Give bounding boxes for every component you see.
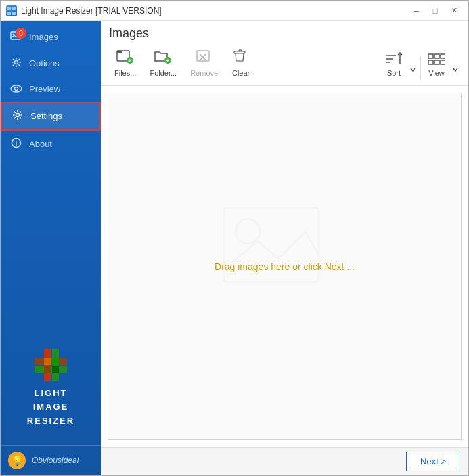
drop-zone[interactable]: Drag images here or click Next ... <box>108 93 462 440</box>
clear-button[interactable]: Clear <box>226 46 256 80</box>
svg-rect-56 <box>434 54 439 58</box>
maximize-button[interactable]: □ <box>426 4 444 18</box>
folder-button[interactable]: + Folder... <box>144 46 182 80</box>
app-window: Light Image Resizer [TRIAL VERSION] ─ □ … <box>0 0 469 476</box>
sidebar-item-options[interactable]: Options <box>1 50 101 77</box>
images-badge: 0 <box>16 28 26 39</box>
close-button[interactable]: ✕ <box>445 4 463 18</box>
drop-watermark <box>217 194 353 315</box>
svg-point-15 <box>11 85 22 92</box>
svg-line-11 <box>13 59 14 60</box>
svg-rect-34 <box>52 358 59 365</box>
svg-rect-0 <box>7 7 11 10</box>
sort-dropdown-icon <box>409 62 416 77</box>
toolbar-separator <box>420 56 421 80</box>
files-label: Files... <box>114 69 136 77</box>
svg-rect-3 <box>12 12 16 15</box>
content-header: Images + Files... <box>101 21 468 86</box>
svg-rect-1 <box>12 7 16 10</box>
view-label: View <box>428 69 445 77</box>
sidebar-item-images-label: Images <box>29 32 58 42</box>
sidebar-item-settings[interactable]: Settings <box>1 102 101 131</box>
svg-text:+: + <box>129 58 132 64</box>
footer-icon: 💡 <box>7 451 26 470</box>
remove-icon <box>196 49 213 67</box>
remove-button[interactable]: Remove <box>185 46 223 80</box>
sidebar-item-preview-label: Preview <box>29 84 60 94</box>
svg-rect-60 <box>441 60 445 64</box>
svg-point-17 <box>16 114 20 117</box>
titlebar-left: Light Image Resizer [TRIAL VERSION] <box>6 5 162 16</box>
svg-rect-44 <box>197 51 209 61</box>
content-area: Images + Files... <box>101 21 468 475</box>
remove-label: Remove <box>190 69 218 77</box>
sort-dropdown-button[interactable] <box>408 60 418 80</box>
sort-button[interactable]: Sort <box>381 49 407 80</box>
titlebar: Light Image Resizer [TRIAL VERSION] ─ □ … <box>1 1 468 21</box>
svg-rect-2 <box>7 12 11 15</box>
svg-line-14 <box>13 64 14 66</box>
svg-text:💡: 💡 <box>12 455 24 467</box>
folder-icon: + <box>154 49 172 67</box>
svg-line-13 <box>18 59 20 60</box>
svg-point-16 <box>15 87 18 91</box>
view-button[interactable]: View <box>424 49 449 80</box>
svg-rect-39 <box>117 51 122 53</box>
drop-hint-text: Drag images here or click Next ... <box>215 261 355 272</box>
svg-text:+: + <box>166 58 170 64</box>
svg-rect-47 <box>234 51 245 53</box>
svg-rect-35 <box>44 366 51 373</box>
folder-label: Folder... <box>150 69 177 77</box>
logo-text: LIGHTIMAGERESIZER <box>27 387 74 429</box>
sort-label: Sort <box>387 69 401 77</box>
sidebar-item-options-label: Options <box>29 58 60 68</box>
svg-point-6 <box>15 61 18 64</box>
sort-icon <box>385 52 403 67</box>
svg-rect-32 <box>44 358 51 365</box>
sidebar-item-about[interactable]: i About <box>1 131 101 157</box>
view-icon <box>428 52 445 67</box>
svg-rect-57 <box>441 54 445 58</box>
svg-rect-59 <box>434 60 439 64</box>
sidebar-item-about-label: About <box>29 139 52 149</box>
main-layout: Images 0 <box>1 21 468 475</box>
view-dropdown-button[interactable] <box>451 60 460 80</box>
clear-label: Clear <box>232 69 250 77</box>
options-icon <box>10 57 22 70</box>
svg-line-24 <box>20 112 21 113</box>
sidebar-item-preview[interactable]: Preview <box>1 77 101 102</box>
preview-icon <box>10 83 22 95</box>
svg-rect-55 <box>428 54 433 58</box>
sidebar-footer: 💡 Obviousideal <box>1 445 101 475</box>
toolbar-right: Sort <box>381 49 460 80</box>
svg-line-25 <box>14 117 16 118</box>
files-icon: + <box>116 49 134 67</box>
logo-image <box>29 343 72 387</box>
about-icon: i <box>10 137 22 150</box>
titlebar-controls: ─ □ ✕ <box>407 4 463 18</box>
view-dropdown-icon <box>452 62 459 77</box>
page-title: Images <box>109 26 460 41</box>
clear-icon <box>233 49 249 67</box>
svg-line-23 <box>20 117 21 118</box>
window-title: Light Image Resizer [TRIAL VERSION] <box>21 6 162 16</box>
settings-icon <box>12 110 24 123</box>
app-icon <box>6 5 17 16</box>
svg-line-12 <box>18 64 20 66</box>
sidebar: Images 0 <box>1 21 101 475</box>
sidebar-item-settings-label: Settings <box>30 111 62 121</box>
svg-line-22 <box>14 112 16 113</box>
svg-rect-33 <box>52 366 59 373</box>
footer-brand-text: Obviousideal <box>32 456 79 465</box>
svg-text:i: i <box>16 140 18 147</box>
minimize-button[interactable]: ─ <box>407 4 425 18</box>
sidebar-logo: LIGHTIMAGERESIZER <box>1 332 101 439</box>
files-button[interactable]: + Files... <box>109 46 141 80</box>
bottom-bar: Next > <box>101 447 468 475</box>
sidebar-nav: Images 0 <box>1 21 101 332</box>
svg-point-62 <box>236 219 260 243</box>
next-button[interactable]: Next > <box>406 452 460 471</box>
toolbar: + Files... + <box>109 46 460 83</box>
sidebar-item-images[interactable]: Images 0 <box>1 24 101 50</box>
svg-rect-58 <box>428 60 433 64</box>
